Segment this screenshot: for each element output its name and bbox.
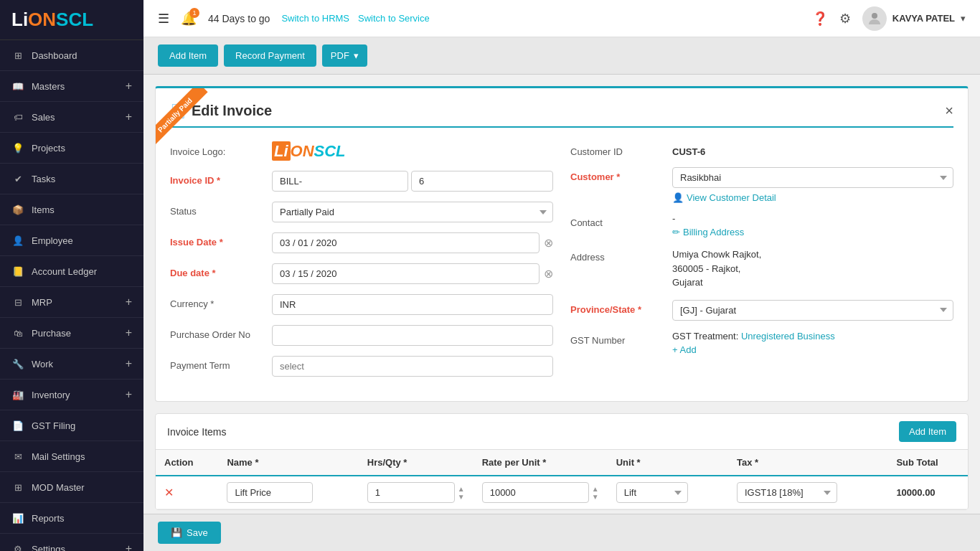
- col-name: Name *: [218, 450, 358, 476]
- settings-expand[interactable]: +: [126, 542, 132, 551]
- status-select[interactable]: Partially Paid Paid Unpaid Draft: [272, 202, 553, 222]
- pdf-dropdown-arrow: ▾: [354, 50, 359, 61]
- sidebar-item-purchase[interactable]: 🛍 Purchase +: [0, 318, 143, 349]
- contact-section: - ✏ Billing Address: [672, 213, 953, 237]
- check-circle-icon: ✔: [11, 172, 24, 185]
- help-icon[interactable]: ❓: [812, 11, 828, 27]
- item-tax-select[interactable]: IGST18 [18%]: [737, 482, 837, 503]
- invoice-left-section: Invoice Logo: LiONSCL Invoice ID * BILL-…: [170, 142, 553, 387]
- shopping-bag-icon: 🛍: [11, 326, 24, 339]
- sidebar-item-tasks[interactable]: ✔ Tasks: [0, 164, 143, 194]
- main-content: ☰ 🔔 1 44 Days to go Switch to HRMS Switc…: [143, 0, 980, 551]
- gst-add-link[interactable]: + Add: [672, 344, 953, 355]
- sidebar-item-masters[interactable]: 📖 Masters +: [0, 71, 143, 102]
- col-qty: Hrs/Qty *: [359, 450, 473, 476]
- item-unit-select[interactable]: Lift: [616, 482, 688, 503]
- sidebar-item-settings[interactable]: ⚙ Settings +: [0, 534, 143, 551]
- due-date-input[interactable]: [272, 263, 540, 284]
- switch-service-link[interactable]: Switch to Service: [358, 13, 430, 24]
- book-icon: 📖: [11, 80, 24, 93]
- issue-date-input[interactable]: [272, 232, 540, 253]
- sidebar-item-dashboard[interactable]: ⊞ Dashboard: [0, 40, 143, 71]
- customer-id-value: CUST-6: [672, 142, 953, 157]
- sales-expand[interactable]: +: [126, 110, 132, 123]
- gst-number-row: GST Number GST Treatment: Unregistered B…: [570, 331, 953, 355]
- header-links: Switch to HRMS Switch to Service: [281, 13, 429, 24]
- sidebar-item-account-ledger[interactable]: 📒 Account Ledger: [0, 256, 143, 287]
- gst-treatment-link[interactable]: Unregistered Business: [741, 331, 835, 342]
- items-section-header: Invoice Items Add Item: [156, 414, 968, 450]
- sidebar-item-employee[interactable]: 👤 Employee: [0, 225, 143, 256]
- delete-row-button[interactable]: ✕: [164, 486, 174, 499]
- qty-spinner: ▲▼: [458, 485, 465, 501]
- record-payment-button[interactable]: Record Payment: [224, 44, 316, 67]
- user-detail-icon: 👤: [672, 192, 684, 203]
- bar-chart-icon: 📊: [11, 512, 24, 524]
- notification-bell[interactable]: 🔔 1: [181, 11, 197, 27]
- customer-section: Rasikbhai 👤 View Customer Detail: [672, 167, 953, 203]
- pdf-button[interactable]: PDF ▾: [322, 44, 367, 67]
- customer-select[interactable]: Rasikbhai: [672, 167, 953, 188]
- province-label: Province/State *: [570, 300, 664, 315]
- contact-row: Contact - ✏ Billing Address: [570, 213, 953, 237]
- user-profile[interactable]: KAVYA PATEL ▾: [862, 6, 966, 31]
- mail-icon: ✉: [11, 450, 24, 463]
- issue-date-clear[interactable]: ⊗: [544, 236, 553, 250]
- col-subtotal: Sub Total: [887, 450, 968, 476]
- purchase-order-input[interactable]: [272, 325, 553, 346]
- sidebar-item-inventory[interactable]: 🏭 Inventory +: [0, 380, 143, 410]
- invoice-id-label: Invoice ID *: [170, 171, 263, 186]
- mrp-expand[interactable]: +: [126, 296, 132, 309]
- work-expand[interactable]: +: [126, 357, 132, 370]
- save-bar: 💾 Save: [143, 514, 980, 551]
- hamburger-menu[interactable]: ☰: [158, 11, 169, 27]
- grid3-icon: ⊞: [11, 481, 24, 494]
- masters-expand[interactable]: +: [126, 80, 132, 93]
- add-item-in-table-button[interactable]: Add Item: [899, 421, 956, 442]
- sidebar-item-work[interactable]: 🔧 Work +: [0, 349, 143, 380]
- invoice-title: 📄 Edit Invoice: [170, 103, 272, 119]
- row-subtotal: 10000.00: [887, 476, 968, 509]
- due-date-clear[interactable]: ⊗: [544, 267, 553, 281]
- item-name-input[interactable]: [227, 482, 313, 503]
- payment-term-input[interactable]: [272, 356, 553, 377]
- contact-label: Contact: [570, 213, 664, 228]
- settings-icon[interactable]: ⚙: [839, 11, 851, 27]
- close-invoice-button[interactable]: ×: [945, 103, 953, 119]
- invoice-number-input[interactable]: 6: [411, 171, 553, 192]
- col-unit: Unit *: [608, 450, 728, 476]
- sidebar-item-gst-filing[interactable]: 📄 GST Filing: [0, 410, 143, 441]
- switch-hrms-link[interactable]: Switch to HRMS: [281, 13, 349, 24]
- purchase-expand[interactable]: +: [126, 326, 132, 339]
- invoice-prefix-input[interactable]: BILL-: [272, 171, 408, 192]
- sidebar-item-mail-settings[interactable]: ✉ Mail Settings: [0, 441, 143, 472]
- save-button[interactable]: 💾 Save: [158, 522, 221, 544]
- gst-section: GST Treatment: Unregistered Business + A…: [672, 331, 953, 355]
- billing-address-link[interactable]: ✏ Billing Address: [672, 227, 953, 237]
- customer-id-label: Customer ID: [570, 142, 664, 157]
- header-right: ❓ ⚙ KAVYA PATEL ▾: [812, 6, 966, 31]
- warehouse-icon: 🏭: [11, 388, 24, 401]
- province-select[interactable]: [GJ] - Gujarat [MH] - Maharashtra [DL] -…: [672, 300, 953, 321]
- grid-icon: ⊞: [11, 49, 24, 62]
- status-label: Status: [170, 202, 263, 217]
- col-rate: Rate per Unit *: [473, 450, 608, 476]
- inventory-expand[interactable]: +: [126, 388, 132, 401]
- item-qty-input[interactable]: [367, 482, 455, 503]
- wrench-icon: 🔧: [11, 357, 24, 370]
- col-action: Action: [156, 450, 218, 476]
- item-rate-input[interactable]: [482, 482, 589, 503]
- sidebar-item-reports[interactable]: 📊 Reports: [0, 503, 143, 534]
- sidebar-item-sales[interactable]: 🏷 Sales +: [0, 102, 143, 133]
- invoice-right-section: Customer ID CUST-6 Customer * Rasikbhai …: [570, 142, 953, 387]
- view-customer-link[interactable]: 👤 View Customer Detail: [672, 192, 953, 203]
- row-tax: IGST18 [18%]: [728, 476, 887, 509]
- sidebar-item-projects[interactable]: 💡 Projects: [0, 133, 143, 164]
- sidebar-item-mrp[interactable]: ⊟ MRP +: [0, 287, 143, 318]
- address-label: Address: [570, 248, 664, 263]
- sidebar-item-mod-master[interactable]: ⊞ MOD Master: [0, 472, 143, 503]
- add-item-button[interactable]: Add Item: [158, 44, 218, 67]
- svg-point-0: [872, 13, 877, 19]
- sidebar-item-items[interactable]: 📦 Items: [0, 194, 143, 225]
- currency-input[interactable]: [272, 294, 553, 315]
